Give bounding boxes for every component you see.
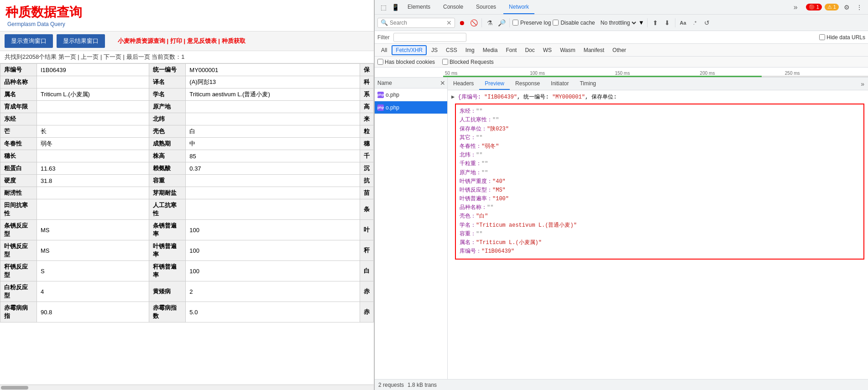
tab-network[interactable]: Network [503, 0, 534, 14]
filter-type-fetch-xhr[interactable]: Fetch/XHR [392, 45, 427, 55]
search-icon: 🔍 [381, 19, 388, 26]
tab-console[interactable]: Console [438, 0, 469, 14]
filter-type-doc[interactable]: Doc [521, 46, 538, 55]
table-value-cell: Triticum aestivum L.(普通小麦) [186, 88, 360, 101]
table-row: 赤霉病病指90.8赤霉病指数5.0赤 [0, 302, 374, 322]
has-blocked-cookies-checkbox[interactable]: Has blocked cookies [377, 59, 435, 65]
scrollbar-thumb[interactable] [1, 386, 28, 390]
table-value-cell: 白 [186, 125, 360, 138]
table-label-cell-partial: 白 [360, 261, 374, 281]
timeline-label-50ms: 50 ms [443, 71, 528, 76]
preview-field-line: 东经："" [460, 107, 860, 116]
show-query-window-button[interactable]: 显示查询窗口 [5, 34, 53, 48]
table-value-cell [37, 113, 149, 125]
filter-type-media[interactable]: Media [479, 46, 502, 55]
main-toolbar: 显示查询窗口 显示结果窗口 小麦种质资源查询 | 打印 | 意见反馈表 | 种质… [0, 31, 374, 51]
record-button[interactable]: ⏺ [457, 18, 467, 28]
timeline-bar: 50 ms 100 ms 150 ms 200 ms 250 ms [375, 68, 868, 78]
reload-icon[interactable]: ↺ [702, 18, 712, 28]
table-label-cell: 成熟期 [149, 138, 186, 150]
table-label-cell: 原产地 [149, 101, 186, 113]
network-list-close-icon[interactable]: ✕ [440, 79, 445, 87]
import-icon[interactable]: ⬆ [650, 18, 660, 28]
detail-tab-preview[interactable]: Preview [479, 78, 510, 90]
table-value-cell: MS [37, 220, 149, 240]
tab-elements[interactable]: Elements [402, 0, 436, 14]
table-label-cell-partial: 秆 [360, 240, 374, 261]
search-in-network-icon[interactable]: 🔎 [497, 18, 507, 28]
preview-key: 叶锈反应型： [460, 187, 492, 193]
table-label-cell: 条锈反应型 [0, 220, 37, 240]
germplasm-acquisition-link[interactable]: 种质获取 [222, 37, 246, 44]
preview-content: ▶ {库编号: "I1B06439", 统一编号: "MY000001", 保存… [448, 90, 868, 379]
show-result-window-button[interactable]: 显示结果窗口 [57, 34, 105, 48]
device-toggle-icon[interactable]: 📱 [390, 2, 400, 12]
aa-toggle[interactable]: Aa [678, 18, 688, 28]
table-value-cell: MS [37, 240, 149, 261]
tab-sources[interactable]: Sources [471, 0, 502, 14]
preview-value: "" [487, 204, 493, 211]
filter-type-all[interactable]: All [377, 46, 391, 55]
stop-recording-button[interactable]: 🚫 [469, 18, 479, 28]
export-icon[interactable]: ⬇ [662, 18, 672, 28]
regex-toggle[interactable]: .* [690, 18, 700, 28]
detail-tab-timing[interactable]: Timing [574, 78, 601, 90]
table-value-cell: 100 [186, 240, 360, 261]
filter-type-js[interactable]: JS [428, 46, 441, 55]
table-label-cell: 赤霉病病指 [0, 302, 37, 322]
throttling-selector[interactable]: No throttling ▼ [599, 19, 644, 26]
inspect-icon[interactable]: ⬚ [378, 2, 388, 12]
filter-type-img[interactable]: Img [462, 46, 478, 55]
filter-input[interactable] [393, 33, 466, 42]
extra-filter-bar: Has blocked cookies Blocked Requests [375, 57, 868, 68]
preview-field-line: 叶锈反应型："MS" [460, 186, 860, 195]
table-label-cell-partial: 高 [360, 101, 374, 113]
toolbar-links: 小麦种质资源查询 | 打印 | 意见反馈表 | 种质获取 [118, 37, 246, 45]
filter-type-other[interactable]: Other [609, 46, 630, 55]
search-input[interactable] [390, 20, 444, 26]
search-box[interactable]: 🔍 ✕ [377, 18, 455, 28]
more-tabs-icon[interactable]: » [791, 3, 800, 11]
preview-field-line: 千粒重："" [460, 160, 860, 168]
filter-type-font[interactable]: Font [502, 46, 520, 55]
detail-tab-headers[interactable]: Headers [448, 78, 479, 90]
close-search-icon[interactable]: ✕ [446, 19, 452, 26]
detail-tab-initiator[interactable]: Initiator [545, 78, 574, 90]
detail-panel: Headers Preview Response Initiator Timin… [448, 78, 868, 379]
table-row: 库编号I1B06439统一编号MY000001保 [0, 64, 374, 76]
preview-field-line: 容重："" [460, 230, 860, 239]
table-value-cell [186, 113, 360, 125]
table-value-cell: MY000001 [186, 64, 360, 76]
network-toolbar-row1: 🔍 ✕ ⏺ 🚫 ⚗ 🔎 Preserve log Disable cache N… [375, 15, 868, 31]
table-value-cell: 弱冬 [37, 138, 149, 150]
filter-type-ws[interactable]: WS [539, 46, 555, 55]
devtools-more-options-icon[interactable]: ⋮ [854, 2, 864, 12]
network-item-1[interactable]: php o.php [375, 88, 447, 101]
horizontal-scrollbar[interactable] [0, 385, 374, 390]
preview-value: "Triticum aestivum L.(普通小麦)" [476, 222, 577, 229]
detail-tab-response[interactable]: Response [510, 78, 545, 90]
filter-icon[interactable]: ⚗ [485, 18, 495, 28]
detail-more-icon[interactable]: » [857, 78, 868, 90]
table-row: 属名Triticum L.(小麦属)学名Triticum aestivum L.… [0, 88, 374, 101]
filter-type-wasm[interactable]: Wasm [556, 46, 579, 55]
devtools-settings-icon[interactable]: ⚙ [842, 2, 852, 12]
table-label-cell: 东经 [0, 113, 37, 125]
filter-type-manifest[interactable]: Manifest [580, 46, 608, 55]
table-label-cell: 硬度 [0, 175, 37, 187]
table-label-cell: 北纬 [149, 113, 186, 125]
preserve-log-checkbox[interactable]: Preserve log [512, 20, 551, 26]
disable-cache-checkbox[interactable]: Disable cache [553, 20, 595, 26]
network-statusbar: 2 requests 1.8 kB trans [375, 379, 868, 390]
network-item-2[interactable]: php o.php [375, 101, 447, 114]
error-badge: 🔴 1 [806, 4, 822, 10]
table-label-cell: 秆锈普遍率 [149, 261, 186, 281]
table-label-cell: 黄矮病 [149, 281, 186, 302]
preview-field-line: 北纬："" [460, 151, 860, 160]
blocked-requests-checkbox[interactable]: Blocked Requests [442, 59, 494, 65]
hide-data-urls-checkbox[interactable]: Hide data URLs [819, 34, 865, 41]
preview-key: 属名： [460, 239, 476, 246]
table-value-cell [186, 101, 360, 113]
filter-type-css[interactable]: CSS [442, 46, 461, 55]
preview-field-line: 叶锈普遍率："100" [460, 195, 860, 203]
